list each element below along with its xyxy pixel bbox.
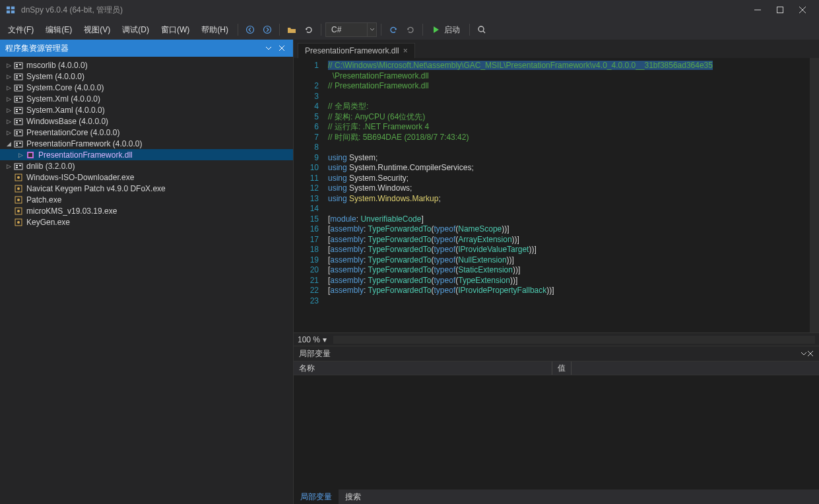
svg-rect-29: [19, 98, 21, 99]
code-line[interactable]: [assembly: TypeForwardedTo(typeof(NullEx…: [328, 255, 819, 266]
menu-edit[interactable]: 编辑(E): [40, 22, 77, 38]
locals-col-name[interactable]: 名称: [294, 362, 552, 375]
undo-button[interactable]: [385, 22, 401, 38]
code-line[interactable]: [assembly: TypeForwardedTo(typeof(NameSc…: [328, 224, 819, 235]
svg-rect-32: [16, 111, 18, 112]
zoom-value[interactable]: 100 %: [298, 335, 320, 344]
tree-node[interactable]: ▷dnlib (3.2.0.0): [0, 160, 293, 172]
code-line[interactable]: using System.Security;: [328, 173, 819, 184]
tree-node[interactable]: ▷PresentationCore (4.0.0.0): [0, 127, 293, 138]
assembly-explorer-title: 程序集资源管理器: [5, 43, 69, 54]
tree-node[interactable]: ▷System.Xml (4.0.0.0): [0, 93, 293, 104]
code-line[interactable]: // 全局类型:: [328, 102, 819, 112]
code-line[interactable]: [assembly: TypeForwardedTo(typeof(ArrayE…: [328, 235, 819, 245]
menu-debug[interactable]: 调试(D): [117, 22, 154, 38]
code-line[interactable]: // PresentationFramework.dll: [328, 81, 819, 92]
svg-rect-40: [16, 133, 18, 135]
code-line[interactable]: // 运行库: .NET Framework 4: [328, 122, 819, 133]
code-line[interactable]: [328, 92, 819, 102]
code-line[interactable]: [328, 142, 819, 153]
code-line[interactable]: \PresentationFramework.dll: [328, 71, 819, 82]
tree-node[interactable]: microKMS_v19.03.19.exe: [0, 205, 293, 216]
editor-tabs: PresentationFramework.dll ×: [294, 40, 819, 58]
tree-node[interactable]: ▷System.Core (4.0.0.0): [0, 82, 293, 93]
svg-point-59: [17, 210, 20, 212]
menu-view[interactable]: 视图(V): [79, 22, 115, 38]
tree-twisty[interactable]: ▷: [4, 84, 13, 91]
tree-node[interactable]: KeyGen.exe: [0, 216, 293, 228]
locals-close-button[interactable]: [807, 350, 814, 357]
asm-icon: [13, 82, 24, 93]
locals-body: [294, 375, 819, 489]
code-line[interactable]: [assembly: TypeForwardedTo(typeof(Static…: [328, 265, 819, 276]
tree-twisty[interactable]: ◢: [4, 141, 13, 147]
menu-file[interactable]: 文件(F): [3, 22, 39, 38]
svg-rect-24: [16, 88, 18, 90]
horizontal-scrollbar[interactable]: [333, 336, 815, 344]
code-editor[interactable]: 1234567891011121314151617181920212223 //…: [294, 58, 819, 332]
editor-tab[interactable]: PresentationFramework.dll ×: [298, 43, 415, 58]
tree-twisty[interactable]: ▷: [16, 152, 25, 158]
nav-forward-button[interactable]: [259, 22, 275, 38]
code-line[interactable]: // C:\Windows\Microsoft.Net\assembly\GAC…: [328, 61, 819, 71]
tab-locals[interactable]: 局部变量: [294, 489, 339, 504]
code-line[interactable]: using System.Windows;: [328, 183, 819, 194]
tree-node[interactable]: ▷PresentationFramework.dll: [0, 149, 293, 160]
tab-close-button[interactable]: ×: [403, 46, 408, 55]
code-area[interactable]: // C:\Windows\Microsoft.Net\assembly\GAC…: [325, 58, 819, 332]
code-line[interactable]: // 架构: AnyCPU (64位优先): [328, 112, 819, 123]
locals-col-value[interactable]: 值: [552, 362, 572, 375]
chevron-down-icon: [367, 23, 376, 36]
code-line[interactable]: using System.Windows.Markup;: [328, 194, 819, 205]
code-line[interactable]: using System.Runtime.CompilerServices;: [328, 163, 819, 173]
menu-help[interactable]: 帮助(H): [196, 22, 234, 38]
minimize-button[interactable]: [746, 0, 769, 20]
tree-node[interactable]: Patch.exe: [0, 194, 293, 205]
tree-twisty[interactable]: ▷: [4, 96, 13, 102]
tree-label: PresentationFramework.dll: [38, 150, 133, 160]
code-line[interactable]: using System;: [328, 153, 819, 164]
tree-node[interactable]: Windows-ISO-Downloader.exe: [0, 172, 293, 183]
assembly-tree[interactable]: ▷mscorlib (4.0.0.0)▷System (4.0.0.0)▷Sys…: [0, 57, 293, 504]
open-button[interactable]: [284, 22, 300, 38]
code-line[interactable]: [module: UnverifiableCode]: [328, 214, 819, 225]
code-line[interactable]: // 时间戳: 5B694DAE (2018/8/7 7:43:42): [328, 133, 819, 143]
svg-rect-17: [19, 64, 21, 65]
reload-button[interactable]: [301, 22, 317, 38]
tree-twisty[interactable]: ▷: [4, 118, 13, 125]
tree-twisty[interactable]: ▷: [4, 73, 13, 80]
maximize-button[interactable]: [769, 0, 791, 20]
panel-close-button[interactable]: [276, 42, 288, 54]
code-line[interactable]: [assembly: TypeForwardedTo(typeof(IProvi…: [328, 286, 819, 296]
tree-node[interactable]: ▷System (4.0.0.0): [0, 71, 293, 82]
tree-twisty[interactable]: ▷: [4, 129, 13, 136]
svg-rect-1: [11, 7, 15, 9]
tree-twisty[interactable]: ▷: [4, 62, 13, 69]
tree-node[interactable]: ▷WindowsBase (4.0.0.0): [0, 115, 293, 127]
panel-dropdown-button[interactable]: [263, 42, 275, 54]
code-line[interactable]: [assembly: TypeForwardedTo(typeof(IProvi…: [328, 245, 819, 255]
menu-window[interactable]: 窗口(W): [156, 22, 195, 38]
tree-twisty[interactable]: ▷: [4, 163, 13, 170]
tree-twisty[interactable]: ▷: [4, 107, 13, 113]
tree-node[interactable]: ◢PresentationFramework (4.0.0.0): [0, 138, 293, 149]
run-button[interactable]: 启动: [427, 24, 465, 36]
svg-rect-14: [15, 63, 22, 69]
language-dropdown[interactable]: C#: [325, 22, 377, 37]
zoom-dropdown[interactable]: ▾: [320, 335, 329, 344]
svg-rect-23: [16, 86, 18, 88]
tree-node[interactable]: ▷System.Xaml (4.0.0.0): [0, 104, 293, 115]
code-line[interactable]: [assembly: TypeForwardedTo(typeof(TypeEx…: [328, 276, 819, 286]
code-line[interactable]: [328, 296, 819, 307]
nav-back-button[interactable]: [242, 22, 258, 38]
tab-search[interactable]: 搜索: [339, 489, 368, 504]
close-button[interactable]: [791, 0, 814, 20]
tree-node[interactable]: Navicat Keygen Patch v4.9.0 DFoX.exe: [0, 183, 293, 194]
code-line[interactable]: [328, 204, 819, 214]
locals-dropdown-button[interactable]: [801, 350, 807, 357]
tree-label: System.Xml (4.0.0.0): [26, 94, 100, 104]
tree-node[interactable]: ▷mscorlib (4.0.0.0): [0, 59, 293, 71]
search-button[interactable]: [474, 22, 490, 38]
vertical-scrollbar[interactable]: [810, 58, 819, 332]
redo-button[interactable]: [403, 22, 418, 38]
